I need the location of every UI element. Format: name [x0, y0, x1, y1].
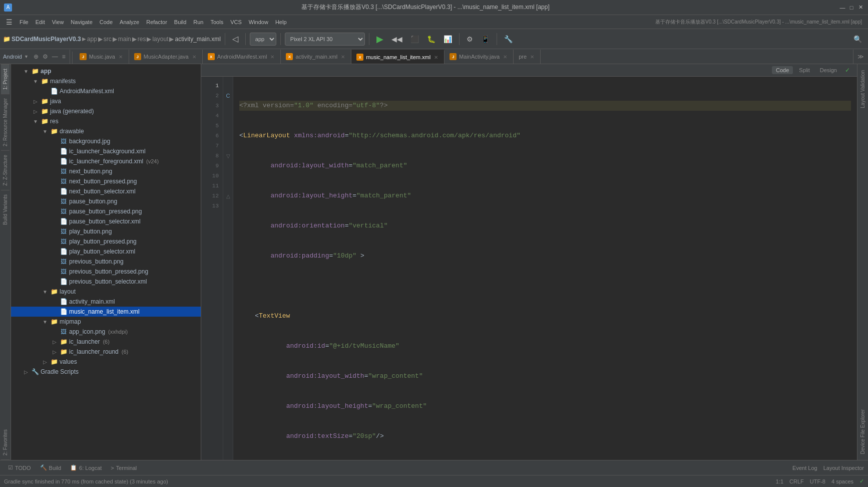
debug-button[interactable]: 🐛 — [424, 32, 439, 46]
avd-manager-button[interactable]: 📱 — [478, 32, 493, 46]
tree-item-prev-btn-pressed[interactable]: ▷ 🖼 previous_button_pressed.png — [11, 267, 201, 277]
right-tab-layout-validation[interactable]: Layout Validation — [859, 66, 866, 112]
fold-icon-12[interactable]: △ — [226, 193, 230, 199]
tree-item-play-btn[interactable]: ▷ 🖼 play_button.png — [11, 226, 201, 236]
panel-filter-btn[interactable]: ⚙ — [42, 52, 49, 61]
tree-item-next-btn-pressed[interactable]: ▷ 🖼 next_button_pressed.png — [11, 176, 201, 186]
menu-analyze[interactable]: Analyze — [117, 15, 142, 29]
bottom-tab-logcat[interactable]: 📋 6: Logcat — [66, 462, 106, 473]
tree-item-pause-btn[interactable]: ▷ 🖼 pause_button.png — [11, 196, 201, 206]
tree-item-pause-btn-pressed[interactable]: ▷ 🖼 pause_button_pressed.png — [11, 206, 201, 216]
menu-help[interactable]: Help — [272, 15, 290, 29]
tree-item-values[interactable]: ▷ 📁 values — [11, 357, 201, 367]
tree-item-activity-main[interactable]: ▷ 📄 activity_main.xml — [11, 297, 201, 307]
tree-item-next-selector[interactable]: ▷ 📄 next_button_selector.xml — [11, 186, 201, 196]
tree-item-pause-selector[interactable]: ▷ 📄 pause_button_selector.xml — [11, 216, 201, 226]
close-button[interactable]: ✕ — [857, 4, 864, 11]
tab-music-java[interactable]: J Music.java ✕ — [75, 50, 129, 64]
tree-item-ic-launcher[interactable]: ▷ 📁 ic_launcher (6) — [11, 337, 201, 347]
layout-inspector-button[interactable]: Layout Inspector — [823, 465, 864, 471]
sdk-manager-button[interactable]: ⚙ — [464, 32, 476, 46]
tab-musicadapter-java[interactable]: J MusicAdapter.java ✕ — [129, 50, 203, 64]
profile-button[interactable]: 📊 — [441, 32, 455, 46]
panel-gear-btn[interactable]: ≡ — [61, 52, 67, 61]
tab-activity-main-xml-close[interactable]: ✕ — [340, 54, 346, 60]
tab-pre[interactable]: pre ✕ — [514, 50, 541, 64]
tree-item-music-name-list[interactable]: ▷ 📄 music_name_list_item.xml — [11, 307, 201, 317]
menu-edit[interactable]: Edit — [33, 15, 48, 29]
gutter-8[interactable]: ▽ — [223, 151, 233, 161]
tree-item-java-generated[interactable]: ▷ 📁 java (generated) — [11, 106, 201, 116]
tree-toggle-res[interactable]: ▼ — [32, 118, 39, 125]
tab-androidmanifest-xml[interactable]: X AndroidManifest.xml ✕ — [203, 50, 281, 64]
left-tab-buildvariants[interactable]: Build Variants — [1, 190, 10, 229]
bottom-tab-build[interactable]: 🔨 Build — [36, 462, 65, 473]
menu-icon[interactable]: ☰ — [3, 15, 16, 29]
tab-music-name-list-close[interactable]: ✕ — [433, 54, 439, 61]
tab-mainactivity-java-close[interactable]: ✕ — [502, 54, 508, 60]
left-tab-zstructure[interactable]: Z: Z-Structure — [1, 150, 10, 190]
status-line-ending[interactable]: CRLF — [789, 478, 804, 484]
tree-toggle-values[interactable]: ▷ — [42, 358, 49, 365]
panel-collapse-btn[interactable]: — — [51, 52, 59, 61]
view-tab-split[interactable]: Split — [795, 66, 813, 74]
search-everywhere-button[interactable]: 🔍 — [850, 32, 865, 46]
gutter-2[interactable]: C — [223, 91, 233, 101]
rerun-button[interactable]: ◀◀ — [388, 32, 405, 46]
stop-button[interactable]: ⬛ — [407, 32, 422, 46]
right-tab-device-file-explorer[interactable]: Device File Explorer — [859, 405, 866, 458]
event-log-button[interactable]: Event Log — [792, 465, 817, 471]
panel-sync-btn[interactable]: ⊕ — [33, 52, 40, 61]
menu-vcs[interactable]: VCS — [227, 15, 245, 29]
status-indent[interactable]: 4 spaces — [831, 478, 853, 484]
status-encoding[interactable]: UTF-8 — [810, 478, 825, 484]
view-tab-design[interactable]: Design — [816, 66, 841, 74]
tab-activity-main-xml[interactable]: X activity_main.xml ✕ — [281, 50, 351, 64]
tree-toggle-java[interactable]: ▷ — [32, 98, 39, 105]
tree-item-gradle[interactable]: ▷ 🔧 Gradle Scripts — [11, 367, 201, 377]
tree-item-java[interactable]: ▷ 📁 java — [11, 96, 201, 106]
tree-toggle-ic-launcher[interactable]: ▷ — [51, 338, 58, 345]
menu-code[interactable]: Code — [97, 15, 116, 29]
tree-item-play-selector[interactable]: ▷ 📄 play_button_selector.xml — [11, 247, 201, 257]
tab-mainactivity-java[interactable]: J MainActivity.java ✕ — [445, 50, 514, 64]
tree-item-manifests[interactable]: ▼ 📁 manifests — [11, 76, 201, 86]
tab-androidmanifest-xml-close[interactable]: ✕ — [269, 54, 275, 60]
tree-item-app-icon[interactable]: ▷ 🖼 app_icon.png (xxhdpi) — [11, 327, 201, 337]
tree-item-next-btn[interactable]: ▷ 🖼 next_button.png — [11, 166, 201, 176]
tree-item-ic-launcher-round[interactable]: ▷ 📁 ic_launcher_round (6) — [11, 347, 201, 357]
tree-toggle-layout[interactable]: ▼ — [42, 288, 49, 295]
menu-navigate[interactable]: Navigate — [68, 15, 95, 29]
settings-button[interactable]: 🔧 — [501, 32, 516, 46]
left-tab-resource[interactable]: 2: Resource Manager — [1, 94, 10, 150]
tab-music-name-list-item-xml[interactable]: X music_name_list_item.xml ✕ — [351, 50, 445, 64]
menu-tools[interactable]: Tools — [207, 15, 226, 29]
tree-toggle-app[interactable]: ▼ — [23, 68, 30, 75]
tree-item-play-btn-pressed[interactable]: ▷ 🖼 play_button_pressed.png — [11, 236, 201, 247]
tree-toggle-gradle[interactable]: ▷ — [23, 368, 30, 375]
tree-item-bg-jpg[interactable]: ▷ 🖼 background.jpg — [11, 136, 201, 146]
tree-toggle-ic-launcher-round[interactable]: ▷ — [51, 348, 58, 355]
tree-toggle-drawable[interactable]: ▼ — [42, 128, 49, 135]
tree-toggle-java-gen[interactable]: ▷ — [32, 108, 39, 115]
tree-item-res[interactable]: ▼ 📁 res — [11, 116, 201, 126]
tab-pre-close[interactable]: ✕ — [529, 54, 535, 60]
minimize-button[interactable]: — — [839, 4, 846, 11]
menu-file[interactable]: File — [17, 15, 32, 29]
tree-item-layout[interactable]: ▼ 📁 layout — [11, 287, 201, 297]
window-controls[interactable]: — □ ✕ — [839, 4, 864, 11]
tab-android-panel[interactable]: Android ▼ ⊕ ⚙ — ≡ — [0, 50, 70, 64]
menu-build[interactable]: Build — [171, 15, 189, 29]
menu-window[interactable]: Window — [246, 15, 271, 29]
tree-item-prev-btn[interactable]: ▷ 🖼 previous_button.png — [11, 257, 201, 267]
view-tab-code[interactable]: Code — [772, 66, 793, 74]
tree-item-prev-selector[interactable]: ▷ 📄 previous_button_selector.xml — [11, 277, 201, 287]
tree-item-androidmanifest[interactable]: ▷ 📄 AndroidManifest.xml — [11, 86, 201, 96]
tree-toggle-manifests[interactable]: ▼ — [32, 78, 39, 85]
menu-view[interactable]: View — [49, 15, 67, 29]
back-navigation-button[interactable]: ◁ — [229, 32, 241, 46]
maximize-button[interactable]: □ — [848, 4, 855, 11]
menu-run[interactable]: Run — [190, 15, 206, 29]
code-content-area[interactable]: <?xml version="1.0" encoding="utf-8"?> <… — [233, 77, 857, 460]
tree-item-drawable[interactable]: ▼ 📁 drawable — [11, 126, 201, 136]
